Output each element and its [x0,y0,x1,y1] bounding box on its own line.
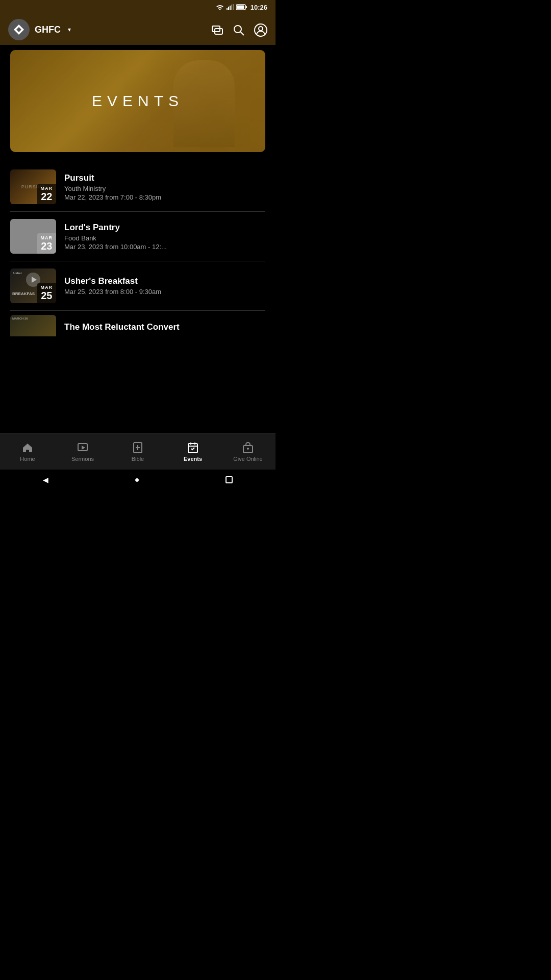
ushers-label-main: BREAKFAS [12,291,35,296]
event-item-ushers-breakfast[interactable]: Usher BREAKFAS MAR 25 Usher's Breakfast … [10,261,265,311]
signal-icon [227,4,234,10]
lords-pantry-date: Mar 23, 2023 from 10:00am - 12:... [64,243,265,251]
nav-item-bible[interactable]: Bible [110,442,165,462]
back-button[interactable]: ◀ [43,476,48,484]
lords-pantry-name: Lord's Pantry [64,223,265,233]
svg-point-10 [234,26,241,33]
event-thumb-pursuit: PURSUIT MAR 22 [10,169,56,204]
wifi-icon [216,4,224,10]
svg-rect-7 [245,6,247,8]
hero-title: EVENTS [92,92,184,110]
pursuit-subtitle: Youth Ministry [64,185,265,192]
chat-icon[interactable] [211,23,223,36]
ushers-day: 25 [41,290,53,301]
home-icon [21,442,34,454]
recents-button[interactable] [226,476,233,483]
nav-label-home: Home [20,456,35,462]
system-nav: ◀ ● [0,470,276,490]
battery-icon [236,4,247,10]
ushers-date-badge: MAR 25 [37,283,57,303]
app-logo[interactable] [8,19,30,40]
ushers-date: Mar 25, 2023 from 8:00 - 9:30am [64,288,265,296]
event-thumb-convert: MARCH 26 [10,315,56,336]
lords-pantry-info: Lord's Pantry Food Bank Mar 23, 2023 fro… [64,223,265,251]
profile-icon[interactable] [254,22,267,36]
pursuit-name: Pursuit [64,173,265,183]
status-time: 10:26 [251,4,267,11]
lords-pantry-subtitle: Food Bank [64,234,265,242]
event-thumb-ushers: Usher BREAKFAS MAR 25 [10,268,56,303]
search-icon[interactable] [233,23,245,36]
events-icon [187,442,199,454]
nav-label-sermons: Sermons [71,456,94,462]
ushers-month: MAR [41,285,53,290]
app-name: GHFC [35,24,61,35]
profile-svg [254,23,267,37]
hero-banner: EVENTS [10,50,265,152]
header-actions [211,22,267,36]
ushers-label-top: Usher [13,272,22,275]
svg-rect-0 [227,8,228,10]
svg-rect-2 [230,6,231,10]
pursuit-date-badge: MAR 22 [37,184,57,204]
pursuit-date: Mar 22, 2023 from 7:00 - 8:30pm [64,193,265,201]
app-header: GHFC ▾ [0,14,276,45]
search-svg [233,24,245,36]
svg-rect-4 [233,4,234,10]
svg-rect-1 [228,7,229,10]
pursuit-info: Pursuit Youth Ministry Mar 22, 2023 from… [64,173,265,201]
nav-label-bible: Bible [132,456,144,462]
lords-pantry-day: 23 [41,240,53,252]
svg-rect-3 [231,5,232,10]
lords-pantry-date-badge: MAR 23 [37,233,57,254]
nav-item-home[interactable]: Home [0,442,55,462]
home-button[interactable]: ● [135,475,140,484]
ushers-play-icon [32,277,37,283]
svg-point-13 [259,27,263,31]
nav-item-events[interactable]: Events [165,442,220,462]
nav-item-sermons[interactable]: Sermons [55,442,110,462]
event-item-pursuit[interactable]: PURSUIT MAR 22 Pursuit Youth Ministry Ma… [10,162,265,212]
convert-info: The Most Reluctant Convert [64,322,265,332]
svg-rect-19 [188,444,197,453]
status-icons [216,4,247,10]
event-item-convert[interactable]: MARCH 26 The Most Reluctant Convert [10,311,265,336]
chat-svg [211,24,223,36]
pursuit-day: 22 [41,191,53,202]
status-bar: 10:26 [0,0,276,14]
pursuit-month: MAR [41,186,53,191]
event-thumb-lords-pantry: MAR 23 [10,219,56,254]
svg-line-11 [240,32,244,35]
ushers-info: Usher's Breakfast Mar 25, 2023 from 8:00… [64,276,265,296]
header-left: GHFC ▾ [8,19,71,40]
bottom-nav: Home Sermons Bible Events [0,433,276,470]
nav-label-give-online: Give Online [233,456,262,462]
sermons-icon [77,442,89,454]
convert-label: MARCH 26 [12,317,28,320]
event-item-lords-pantry[interactable]: MAR 23 Lord's Pantry Food Bank Mar 23, 2… [10,212,265,261]
lords-pantry-month: MAR [41,235,53,240]
svg-marker-15 [82,446,85,450]
give-icon [242,442,254,454]
nav-item-give-online[interactable]: Give Online [220,442,276,462]
ushers-name: Usher's Breakfast [64,276,265,286]
dropdown-arrow[interactable]: ▾ [68,26,71,33]
bible-icon [132,442,144,454]
logo-icon [13,23,25,36]
events-list: PURSUIT MAR 22 Pursuit Youth Ministry Ma… [0,157,276,336]
convert-name: The Most Reluctant Convert [64,322,265,332]
svg-rect-6 [237,6,244,9]
nav-label-events: Events [184,456,202,462]
